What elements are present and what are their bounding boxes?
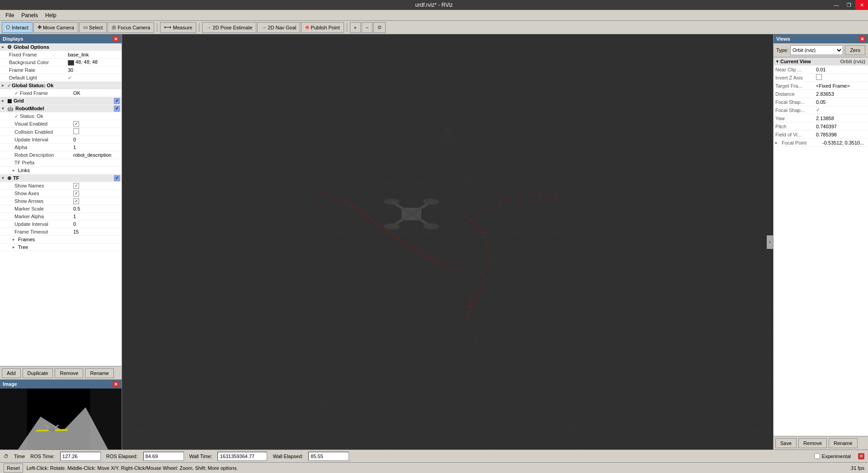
focal-shape1-value[interactable]: 0.05 [816, 99, 866, 105]
global-status-section[interactable]: ▸ ✓ Global Status: Ok [0, 82, 122, 89]
zoom-out-button[interactable]: − [362, 22, 373, 33]
show-arrows-label: Show Arrows [13, 198, 71, 204]
fixed-frame-value[interactable]: base_link [66, 52, 122, 58]
frame-timeout-label: Frame Timeout [13, 229, 71, 235]
remove-button[interactable]: Remove [55, 368, 83, 378]
tree-section[interactable]: ▸ Tree [0, 244, 122, 251]
frame-timeout-value[interactable]: 15 [71, 229, 122, 235]
wall-time-input[interactable] [217, 452, 267, 461]
near-clip-value[interactable]: 0.01 [816, 67, 866, 72]
update-interval-value[interactable]: 0 [71, 136, 122, 143]
distance-value[interactable]: 2.83653 [816, 91, 866, 97]
tf-checkbox[interactable]: ✓ [114, 175, 120, 181]
marker-alpha-value[interactable]: 1 [71, 213, 122, 220]
displays-panel: Displays ✕ ▸ ⚙ Global Options Fixed Fram… [0, 34, 122, 379]
svg-point-40 [371, 219, 373, 221]
global-options-section[interactable]: ▸ ⚙ Global Options [0, 43, 122, 51]
svg-point-91 [473, 222, 475, 224]
add-button[interactable]: Add [2, 368, 21, 378]
focal-point-expand[interactable]: ▸ [775, 140, 781, 145]
time-close-button[interactable]: ✕ [858, 453, 864, 459]
focus-icon: ◎ [112, 24, 116, 30]
displays-close-button[interactable]: ✕ [113, 36, 119, 42]
ros-time-input[interactable] [60, 452, 101, 461]
interact-button[interactable]: ⬡ Interact [2, 22, 33, 33]
focal-shape2-value[interactable]: ✓ [816, 107, 866, 113]
show-names-value[interactable]: ✓ [71, 182, 122, 189]
bg-color-value[interactable]: 48; 48; 48 [66, 59, 122, 66]
close-button[interactable]: ✕ [855, 0, 868, 10]
views-rename-button[interactable]: Rename [829, 438, 858, 448]
svg-point-58 [354, 207, 356, 209]
center-panel [122, 34, 773, 450]
show-arrows-value[interactable]: ✓ [71, 197, 122, 205]
image-close-button[interactable]: ✕ [113, 381, 119, 387]
fixed-frame-status-row: ✓ Fixed Frame OK [0, 89, 122, 97]
links-label: Links [18, 168, 30, 173]
toolbar-sep-3 [347, 23, 347, 32]
tf-section[interactable]: ▾ ⊕ TF ✓ [0, 174, 122, 182]
grid-icon: ▦ [7, 98, 12, 104]
publish-point-button[interactable]: ⊕ Publish Point [301, 22, 344, 33]
links-section[interactable]: ▸ Links [0, 167, 122, 174]
rename-button[interactable]: Rename [85, 368, 114, 378]
menu-panels[interactable]: Panels [18, 11, 42, 19]
show-axes-value[interactable]: ✓ [71, 190, 122, 197]
frame-timeout-row: Frame Timeout 15 [0, 228, 122, 236]
ros-elapsed-input[interactable] [143, 452, 184, 461]
wall-elapsed-input[interactable] [308, 452, 349, 461]
alpha-value[interactable]: 1 [71, 144, 122, 150]
marker-scale-value[interactable]: 0.5 [71, 206, 122, 212]
pitch-value[interactable]: 0.740397 [816, 124, 866, 129]
tf-prefix-value[interactable] [71, 162, 122, 163]
yaw-value[interactable]: 2.13858 [816, 116, 866, 121]
visual-enabled-value[interactable]: ✓ [71, 120, 122, 127]
svg-point-67 [414, 248, 415, 250]
zoom-in-button[interactable]: + [350, 22, 361, 33]
svg-point-99 [474, 291, 476, 293]
duplicate-button[interactable]: Duplicate [23, 368, 53, 378]
maximize-button[interactable]: ❐ [843, 0, 855, 10]
views-collapse-button[interactable]: › [767, 235, 773, 249]
wall-elapsed-label: Wall Elapsed: [273, 454, 303, 459]
grid-section[interactable]: ▸ ▦ Grid ✓ [0, 97, 122, 105]
marker-alpha-label: Marker Alpha [13, 213, 71, 220]
focus-camera-button[interactable]: ◎ Focus Camera [108, 22, 154, 33]
target-frame-value[interactable]: <Fixed Frame> [816, 83, 866, 89]
robotmodel-checkbox[interactable]: ✓ [114, 105, 120, 112]
views-save-button[interactable]: Save [775, 438, 797, 448]
reset-button[interactable]: Reset [4, 464, 23, 473]
views-remove-button[interactable]: Remove [798, 438, 827, 448]
tf-update-interval-value[interactable]: 0 [71, 221, 122, 227]
robotmodel-section[interactable]: ▾ 🤖 RobotModel ✓ [0, 105, 122, 112]
minimize-button[interactable]: — [830, 0, 843, 10]
frame-rate-row: Frame Rate 30 [0, 66, 122, 74]
menu-file[interactable]: File [2, 11, 18, 19]
fov-value[interactable]: 0.785398 [816, 132, 866, 137]
invert-z-value[interactable] [816, 74, 866, 81]
svg-point-34 [384, 223, 400, 229]
views-zero-button[interactable]: Zero [845, 45, 865, 55]
collision-enabled-value[interactable] [71, 128, 122, 136]
svg-point-103 [467, 318, 469, 320]
views-close-button[interactable]: ✕ [859, 36, 865, 42]
frame-rate-value[interactable]: 30 [66, 67, 122, 73]
frames-section[interactable]: ▸ Frames [0, 236, 122, 244]
move-camera-button[interactable]: ✥ Move Camera [33, 22, 78, 33]
displays-list[interactable]: ▸ ⚙ Global Options Fixed Frame base_link… [0, 43, 122, 366]
svg-point-60 [368, 217, 369, 219]
experimental-checkbox[interactable] [814, 453, 820, 459]
timebar: ⏱ Time ROS Time: ROS Elapsed: Wall Time:… [0, 450, 868, 462]
focal-shape1-row: Focal Shap... 0.05 [774, 98, 868, 106]
grid-checkbox[interactable]: ✓ [114, 98, 120, 104]
svg-point-96 [485, 264, 486, 266]
2d-nav-button[interactable]: → 2D Nav Goal [257, 22, 300, 33]
menu-help[interactable]: Help [42, 11, 60, 19]
robot-desc-value[interactable]: robot_description [71, 152, 122, 158]
views-type-select[interactable]: Orbit (rviz) [790, 45, 843, 55]
measure-button[interactable]: ⟷ Measure [160, 22, 196, 33]
camera-button[interactable]: ⊙ [373, 22, 386, 33]
3d-viewport[interactable] [122, 34, 773, 450]
select-button[interactable]: ▭ Select [79, 22, 107, 33]
2d-pose-button[interactable]: → 2D Pose Estimate [202, 22, 256, 33]
